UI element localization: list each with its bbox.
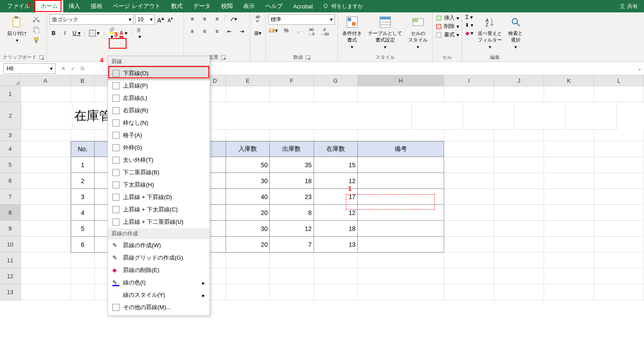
wrap-text-button[interactable]: ab↵ [253, 14, 263, 24]
number-format-combo[interactable]: 標準▾ [268, 14, 335, 25]
tab-view[interactable]: 表示 [238, 0, 260, 12]
decrease-font-button[interactable]: A▾ [166, 16, 174, 23]
phonetic-button[interactable]: 亜 ▾ [136, 27, 144, 40]
row-header[interactable]: 3 [0, 130, 21, 141]
cell-styles-button[interactable]: セルの スタイル▾ [406, 14, 429, 51]
row-header[interactable]: 4 [0, 141, 21, 157]
sort-filter-button[interactable]: AZ 並べ替えと フィルター▾ [476, 14, 504, 51]
border-thick-bottom-item[interactable]: 下太罫線(H) [108, 179, 210, 191]
border-top-doublebottom-item[interactable]: 上罫線 + 下二重罫線(U) [108, 216, 210, 228]
border-bottom-item[interactable]: 下罫線(O) [108, 67, 210, 80]
align-middle-button[interactable]: ≡ [200, 14, 210, 24]
border-thick-item[interactable]: 太い外枠(T) [108, 154, 210, 166]
row-header[interactable]: 1 [0, 86, 21, 102]
border-top-bottom-item[interactable]: 上罫線 + 下罫線(D) [108, 191, 210, 203]
table-cell[interactable] [358, 221, 444, 237]
conditional-format-button[interactable]: 条件付き 書式▾ [341, 14, 364, 51]
comma-button[interactable]: , [295, 27, 303, 36]
clipboard-launcher[interactable] [39, 55, 44, 60]
table-cell[interactable]: 8 [270, 205, 314, 221]
formula-expand-button[interactable]: ⌄ [635, 65, 644, 72]
autosum-button[interactable]: Σ ▾ [465, 14, 473, 20]
bold-button[interactable]: B [50, 30, 58, 36]
clear-button[interactable]: ◆ ▾ [465, 30, 473, 36]
erase-border-item[interactable]: ◆罫線の削除(E) [108, 264, 210, 276]
tab-home[interactable]: ホーム [35, 0, 63, 12]
format-painter-button[interactable] [31, 35, 41, 45]
percent-button[interactable]: % [282, 27, 290, 36]
format-as-table-button[interactable]: テーブルとして 書式設定▾ [366, 14, 404, 51]
tab-insert[interactable]: 挿入 [63, 0, 85, 12]
align-bottom-button[interactable]: ≡ [212, 14, 222, 24]
col-header-L[interactable]: L [594, 75, 644, 86]
share-button[interactable]: 共有 [615, 1, 642, 12]
table-header[interactable]: 入庫数 [226, 141, 270, 157]
align-left-button[interactable]: ≡ [188, 27, 197, 36]
border-outside-item[interactable]: 外枠(S) [108, 142, 210, 154]
table-header[interactable]: 出庫数 [270, 141, 314, 157]
row-header[interactable]: 12 [0, 268, 21, 284]
table-cell[interactable]: 30 [226, 221, 270, 237]
row-header[interactable]: 13 [0, 284, 21, 300]
border-all-item[interactable]: 格子(A) [108, 129, 210, 142]
table-cell[interactable]: 12 [270, 221, 314, 237]
table-cell[interactable]: 20 [226, 237, 270, 253]
fx-button[interactable]: fx [80, 65, 84, 72]
table-header[interactable]: No. [71, 141, 95, 157]
border-right-item[interactable]: 右罫線(R) [108, 104, 210, 117]
row-header[interactable]: 6 [0, 173, 21, 189]
table-cell[interactable] [358, 157, 444, 173]
border-double-bottom-item[interactable]: 下二重罫線(B) [108, 166, 210, 179]
merge-button[interactable]: ⊞▾ [253, 28, 263, 38]
tab-help[interactable]: ヘルプ [260, 0, 288, 12]
tab-review[interactable]: 校閲 [216, 0, 238, 12]
table-cell[interactable]: 13 [314, 237, 358, 253]
increase-decimal-button[interactable]: .00→.0 [307, 27, 315, 36]
table-cell[interactable]: 35 [270, 157, 314, 173]
tell-me[interactable]: 何をしますか [318, 1, 368, 12]
font-name-combo[interactable]: 游ゴシック▾ [50, 14, 134, 25]
copy-button[interactable] [31, 25, 41, 35]
currency-button[interactable]: 💴▾ [268, 27, 278, 36]
col-header-J[interactable]: J [494, 75, 544, 86]
col-header-G[interactable]: G [314, 75, 358, 86]
border-none-item[interactable]: 枠なし(N) [108, 117, 210, 129]
col-header-K[interactable]: K [544, 75, 594, 86]
col-header-A[interactable]: A [21, 75, 71, 86]
format-cells-button[interactable]: 書式 ▾ [435, 31, 459, 38]
col-header-H[interactable]: H [358, 75, 445, 86]
table-header[interactable]: 備考 [358, 141, 444, 157]
tab-pagelayout[interactable]: ページ レイアウト [107, 0, 166, 12]
number-launcher[interactable] [306, 55, 310, 60]
table-cell[interactable] [358, 173, 444, 189]
worksheet-grid[interactable]: A B C D E F G H I J K L 1 2 在庫管理表 3 4 No… [0, 75, 644, 349]
delete-cells-button[interactable]: 削除 ▾ [435, 23, 459, 30]
table-cell[interactable]: 4 [71, 205, 95, 221]
fill-button[interactable]: ⬇ ▾ [465, 22, 473, 28]
line-style-item[interactable]: 線のスタイル(Y)▸ [108, 289, 210, 301]
table-cell[interactable]: 6 [71, 237, 95, 253]
tab-draw[interactable]: 描画 [85, 0, 107, 12]
table-cell[interactable]: 12 [314, 205, 358, 221]
table-cell[interactable]: 50 [226, 157, 270, 173]
table-cell[interactable]: 18 [270, 173, 314, 189]
underline-button[interactable]: U ▾ [73, 30, 80, 36]
italic-button[interactable]: I [61, 30, 69, 36]
line-color-item[interactable]: ✎線の色(I)▸ [108, 276, 210, 289]
table-cell[interactable]: 40 [226, 189, 270, 205]
align-center-button[interactable]: ≡ [200, 27, 210, 36]
enter-formula-button[interactable]: ✓ [71, 65, 75, 72]
insert-cells-button[interactable]: 挿入 ▾ [435, 14, 459, 22]
select-all-corner[interactable] [0, 75, 21, 86]
tab-acrobat[interactable]: Acrobat [288, 1, 318, 12]
table-cell[interactable]: 3 [71, 189, 95, 205]
border-top-item[interactable]: 上罫線(P) [108, 80, 210, 92]
draw-border-item[interactable]: ✎罫線の作成(W) [108, 239, 210, 252]
decrease-indent-button[interactable]: ⇤ [225, 27, 234, 36]
table-cell[interactable]: 2 [71, 173, 95, 189]
table-cell[interactable]: 5 [71, 221, 95, 237]
more-borders-item[interactable]: その他の罫線(M)... [108, 301, 210, 314]
increase-font-button[interactable]: A▴ [157, 15, 165, 24]
table-header[interactable]: 在庫数 [314, 141, 358, 157]
cancel-formula-button[interactable]: ✕ [61, 65, 65, 72]
